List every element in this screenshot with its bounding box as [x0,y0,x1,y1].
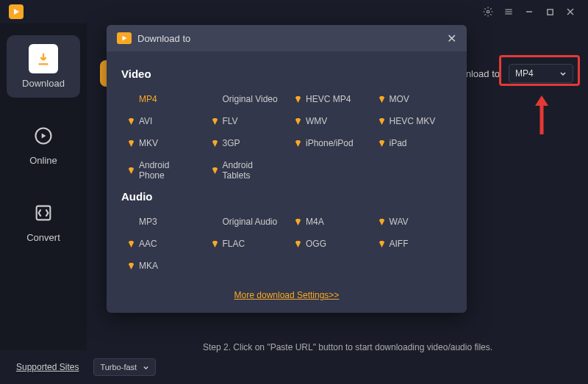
format-option[interactable]: Original Audio [205,213,286,231]
sidebar-item-label: Online [29,155,57,166]
modal-header: Download to ✕ [107,25,467,51]
format-label: FLV [223,116,238,126]
convert-icon [29,198,58,228]
format-option[interactable]: OGG [288,235,369,253]
premium-diamond-icon [211,240,219,248]
download-icon [29,44,58,73]
format-label: 3GP [223,138,240,148]
format-label: MP3 [139,217,157,227]
format-label: HEVC MKV [390,116,436,126]
format-option[interactable]: MP4 [121,90,202,108]
format-option[interactable]: MKV [121,134,202,152]
format-option[interactable]: Original Video [205,90,286,108]
format-label: M4A [306,217,324,227]
format-label: iPad [390,138,407,148]
footer: Supported Sites Turbo-fast [0,350,588,384]
premium-diamond-icon [127,240,135,248]
svg-point-0 [487,10,490,13]
format-select[interactable]: MP4 [509,64,573,83]
sidebar-item-label: Download [22,78,65,89]
premium-diamond-icon [294,95,302,104]
format-label: OGG [306,239,326,249]
format-label: AAC [139,239,157,249]
premium-diamond-icon [127,167,135,175]
premium-diamond-icon [294,218,302,226]
premium-diamond-icon [294,140,302,148]
format-option[interactable]: 3GP [205,134,286,152]
modal-close-button[interactable]: ✕ [447,32,456,46]
premium-diamond-icon [378,240,386,248]
premium-diamond-icon [211,140,219,148]
audio-format-grid: MP3Original AudioM4AWAVAACFLACOGGAIFFMKA [121,213,452,275]
format-option[interactable]: MOV [372,90,453,108]
premium-diamond-icon [127,262,135,270]
chevron-down-icon [143,364,149,371]
sidebar-item-online[interactable]: Online [7,112,80,175]
format-option[interactable]: M4A [288,213,369,231]
premium-diamond-icon [211,117,219,126]
format-label: AVI [139,116,152,126]
settings-icon[interactable] [479,3,497,21]
premium-diamond-icon [211,167,219,175]
video-format-grid: MP4Original VideoHEVC MP4MOVAVIFLVWMVHEV… [121,90,452,184]
speed-mode-select[interactable]: Turbo-fast [93,358,156,376]
format-label: Android Phone [139,160,196,181]
format-option[interactable]: FLAC [205,235,286,253]
close-icon[interactable] [562,3,579,21]
format-option[interactable]: HEVC MP4 [288,90,369,108]
premium-diamond-icon [378,140,386,148]
format-option[interactable]: AAC [121,235,202,253]
format-option[interactable]: FLV [205,112,286,130]
format-label: MP4 [139,94,157,104]
premium-diamond-icon [127,140,135,148]
format-label: WMV [306,116,327,126]
modal-logo-icon [117,32,132,44]
format-select-value: MP4 [515,68,534,79]
premium-diamond-icon [127,117,135,126]
online-icon [29,121,58,151]
minimize-icon[interactable] [520,3,538,21]
premium-diamond-icon [378,95,386,104]
format-option[interactable]: iPad [372,134,453,152]
supported-sites-link[interactable]: Supported Sites [16,362,79,372]
svg-rect-5 [547,9,552,14]
format-option[interactable]: HEVC MKV [372,112,453,130]
format-label: Original Audio [223,217,278,227]
sidebar: Download Online Convert [0,23,87,350]
app-logo [9,4,24,19]
titlebar [0,0,588,23]
more-settings-link[interactable]: More download Settings>> [234,290,340,300]
format-option[interactable]: iPhone/iPod [288,134,369,152]
format-label: HEVC MP4 [306,94,351,104]
format-option[interactable]: MP3 [121,213,202,231]
format-option[interactable]: AVI [121,112,202,130]
sidebar-item-label: Convert [26,232,60,243]
premium-diamond-icon [294,117,302,126]
format-label: WAV [390,217,409,227]
format-label: MOV [390,94,409,104]
format-label: MKA [139,261,158,271]
audio-section-heading: Audio [121,190,452,203]
format-label: Original Video [223,94,278,104]
video-section-heading: Video [121,68,452,80]
menu-icon[interactable] [500,3,517,21]
format-option[interactable]: WAV [372,213,453,231]
modal-title: Download to [137,33,447,44]
format-option[interactable]: AIFF [372,235,453,253]
format-label: MKV [139,138,158,148]
premium-diamond-icon [378,117,386,126]
format-label: Android Tablets [223,160,280,181]
speed-mode-value: Turbo-fast [100,363,137,372]
format-label: FLAC [223,239,245,249]
sidebar-item-convert[interactable]: Convert [7,189,80,252]
annotation-arrow [531,94,553,137]
format-option[interactable]: WMV [288,112,369,130]
format-option[interactable]: MKA [121,257,202,275]
format-option[interactable]: Android Tablets [205,156,286,184]
format-label: iPhone/iPod [306,138,354,148]
format-option[interactable]: Android Phone [121,156,202,184]
maximize-icon[interactable] [541,3,559,21]
premium-diamond-icon [294,240,302,248]
chevron-down-icon [559,70,567,77]
sidebar-item-download[interactable]: Download [7,35,80,98]
